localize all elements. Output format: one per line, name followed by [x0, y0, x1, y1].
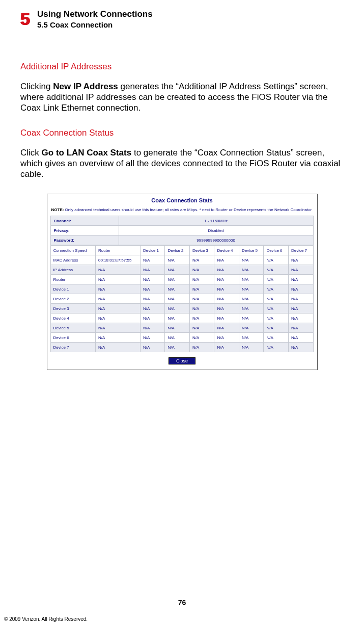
table-cell: N/A	[140, 275, 165, 284]
table-cell: N/A	[214, 304, 239, 314]
table-row: Privacy:Disabled	[50, 226, 313, 236]
table-cell: N/A	[189, 294, 214, 304]
table-cell: N/A	[288, 275, 313, 284]
table-cell: Device 7	[50, 343, 95, 352]
table-row: Device 4N/AN/AN/AN/AN/AN/AN/AN/A	[50, 314, 313, 323]
kv-key: Privacy:	[50, 226, 119, 236]
table-cell: N/A	[140, 323, 165, 333]
text-bold: Go to LAN Coax Stats	[42, 148, 132, 158]
table-cell: N/A	[165, 333, 190, 343]
table-cell: N/A	[140, 284, 165, 294]
table-row: Channel:1 - 1150MHz	[50, 216, 313, 226]
table-cell: N/A	[264, 323, 289, 333]
table-cell: N/A	[189, 343, 214, 352]
table-cell: N/A	[288, 294, 313, 304]
table-cell: Router	[50, 275, 95, 284]
table-cell: N/A	[140, 314, 165, 323]
table-cell: N/A	[95, 323, 140, 333]
column-header: Device 5	[239, 246, 264, 255]
table-cell: N/A	[214, 275, 239, 284]
table-cell: N/A	[140, 265, 165, 275]
table-cell: N/A	[239, 323, 264, 333]
table-cell: N/A	[239, 275, 264, 284]
paragraph-coax-status: Click Go to LAN Coax Stats to generate t…	[20, 147, 344, 180]
table-cell: N/A	[264, 333, 289, 343]
table-cell: N/A	[189, 314, 214, 323]
text-fragment: Click	[20, 148, 42, 158]
table-cell: N/A	[189, 333, 214, 343]
stats-note: NOTE: Only advanced technical users shou…	[47, 206, 317, 216]
coax-stats-panel: Coax Connection Stats NOTE: Only advance…	[47, 194, 318, 370]
close-button[interactable]: Close	[169, 357, 195, 364]
table-cell: N/A	[288, 255, 313, 265]
table-cell: N/A	[140, 304, 165, 314]
note-text: Only advanced technical users should use…	[64, 207, 312, 212]
table-cell: N/A	[95, 333, 140, 343]
column-header: Device 6	[264, 246, 289, 255]
table-cell: N/A	[165, 284, 190, 294]
table-cell: N/A	[239, 314, 264, 323]
table-cell: Device 2	[50, 294, 95, 304]
table-cell: N/A	[264, 265, 289, 275]
table-cell: N/A	[264, 304, 289, 314]
table-cell: N/A	[264, 275, 289, 284]
kv-key: Password:	[50, 236, 119, 245]
table-cell: N/A	[189, 284, 214, 294]
table-row: Device 6N/AN/AN/AN/AN/AN/AN/AN/A	[50, 333, 313, 343]
table-cell: N/A	[214, 294, 239, 304]
kv-value: 99999999900000000	[119, 236, 313, 245]
column-header: Device 4	[214, 246, 239, 255]
page-number: 76	[0, 598, 364, 607]
chapter-title: Using Network Connections	[37, 9, 153, 19]
table-cell: N/A	[165, 304, 190, 314]
section-heading-coax-status: Coax Connection Status	[20, 128, 344, 138]
section-heading-additional-ip: Additional IP Addresses	[20, 62, 344, 72]
table-cell: N/A	[288, 284, 313, 294]
table-cell: 00:18:01:E7:57:55	[95, 255, 140, 265]
table-cell: N/A	[189, 255, 214, 265]
table-cell: N/A	[140, 294, 165, 304]
kv-key: Channel:	[50, 216, 119, 226]
table-cell: N/A	[189, 304, 214, 314]
table-cell: N/A	[165, 343, 190, 352]
column-header: Device 7	[288, 246, 313, 255]
table-cell: N/A	[165, 275, 190, 284]
table-cell: N/A	[288, 323, 313, 333]
table-cell: N/A	[140, 343, 165, 352]
table-cell: N/A	[214, 284, 239, 294]
chapter-number: 5	[20, 9, 30, 28]
table-row: Device 1N/AN/AN/AN/AN/AN/AN/AN/A	[50, 284, 313, 294]
table-cell: N/A	[95, 304, 140, 314]
table-cell: Device 5	[50, 323, 95, 333]
table-cell: Device 1	[50, 284, 95, 294]
table-cell: N/A	[214, 323, 239, 333]
table-cell: N/A	[264, 255, 289, 265]
table-cell: N/A	[189, 275, 214, 284]
table-cell: N/A	[239, 333, 264, 343]
table-cell: N/A	[264, 294, 289, 304]
kv-value: Disabled	[119, 226, 313, 236]
table-cell: N/A	[95, 294, 140, 304]
stats-title: Coax Connection Stats	[47, 194, 317, 206]
copyright: © 2009 Verizon. All Rights Reserved.	[4, 616, 88, 622]
table-cell: N/A	[214, 343, 239, 352]
table-cell: N/A	[214, 333, 239, 343]
table-cell: Device 6	[50, 333, 95, 343]
paragraph-additional-ip: Clicking New IP Address generates the “A…	[20, 81, 344, 114]
table-row: RouterN/AN/AN/AN/AN/AN/AN/AN/A	[50, 275, 313, 284]
table-cell: N/A	[165, 323, 190, 333]
kv-value: 1 - 1150MHz	[119, 216, 313, 226]
table-cell: N/A	[239, 284, 264, 294]
table-row: IP AddressN/AN/AN/AN/AN/AN/AN/AN/A	[50, 265, 313, 275]
table-cell: Device 3	[50, 304, 95, 314]
table-row: Device 5N/AN/AN/AN/AN/AN/AN/AN/A	[50, 323, 313, 333]
column-header: Device 2	[165, 246, 190, 255]
table-cell: N/A	[288, 265, 313, 275]
table-cell: N/A	[95, 275, 140, 284]
text-fragment: Clicking	[20, 82, 53, 91]
stats-kv-table: Channel:1 - 1150MHzPrivacy:DisabledPassw…	[50, 216, 314, 245]
table-row: Device 2N/AN/AN/AN/AN/AN/AN/AN/A	[50, 294, 313, 304]
page-header: 5 Using Network Connections 5.5 Coax Con…	[20, 9, 344, 29]
column-header: Device 1	[140, 246, 165, 255]
table-cell: N/A	[239, 265, 264, 275]
